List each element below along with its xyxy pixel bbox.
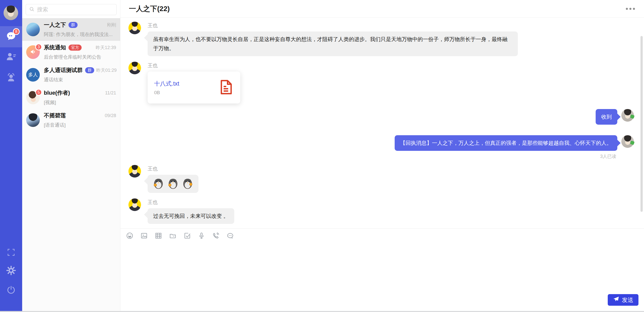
- document-file-icon: [218, 79, 234, 96]
- outgoing-message-bubble: 收到: [596, 109, 617, 125]
- chat-app-window: 8: [0, 0, 644, 312]
- power-icon: [6, 285, 16, 296]
- file-name-link[interactable]: 十八式.txt: [154, 80, 179, 88]
- logout-button[interactable]: [0, 285, 22, 296]
- message-group: 王也 虽有幸生而为人，也不要以万物灵长自居，正是这种妄自尊大的想法，才阻碍了人类…: [128, 22, 634, 56]
- message-bubble: 虽有幸生而为人，也不要以万物灵长自居，正是这种妄自尊大的想法，才阻碍了人类的进步…: [148, 31, 518, 56]
- composer-toolbar: [120, 229, 644, 239]
- conversation-header: 一人之下(22): [120, 0, 644, 18]
- gear-icon: [6, 265, 17, 277]
- video-file-button[interactable]: [155, 232, 162, 239]
- self-avatar[interactable]: [621, 109, 634, 122]
- nav-contacts[interactable]: [0, 51, 22, 63]
- group-tag: 群: [69, 22, 78, 28]
- chat-list: 一人之下 群 刚刚 阿莲: 作为朋友，现在的我没法... 3 系统通知: [22, 18, 120, 312]
- chat-name: 系统通知: [44, 44, 66, 51]
- chat-list-panel: 一人之下 群 刚刚 阿莲: 作为朋友，现在的我没法... 3 系统通知: [22, 0, 120, 312]
- paper-plane-icon: [613, 296, 619, 304]
- message-bubble: 过去无可挽回，未来可以改变 。: [148, 208, 234, 224]
- image-button[interactable]: [140, 232, 148, 239]
- chat-history-button[interactable]: [226, 232, 234, 239]
- chat-time: 刚刚: [105, 22, 116, 28]
- chat-item-multi-call-group[interactable]: 多人 多人通话测试群 群 昨天01:29 通话结束: [22, 63, 120, 86]
- message-group: 王也 十八式.txt 0B: [128, 62, 634, 103]
- message-author: 王也: [148, 62, 240, 69]
- wangye-avatar[interactable]: [128, 62, 141, 74]
- search-icon: [29, 6, 35, 13]
- chat-preview: 通话结束: [44, 77, 116, 83]
- search-input[interactable]: [37, 6, 113, 13]
- nav-rail: 8: [0, 0, 22, 312]
- message-list: 王也 虽有幸生而为人，也不要以万物灵长自居，正是这种妄自尊大的想法，才阻碍了人类…: [120, 18, 644, 228]
- chat-preview: 后台管理仓库临时关闭公告: [44, 54, 116, 60]
- message-author: 王也: [148, 199, 234, 206]
- search-area: [22, 0, 120, 18]
- buyaobilian-avatar: [26, 113, 40, 127]
- penguin-sticker: [181, 177, 194, 191]
- message-scrollbar[interactable]: [640, 36, 643, 212]
- call-button[interactable]: [212, 232, 220, 239]
- settings-button[interactable]: [0, 265, 22, 277]
- wangye-avatar[interactable]: [128, 198, 141, 211]
- file-folder-button[interactable]: [169, 232, 177, 239]
- group-chat-icon: [6, 72, 17, 84]
- chat-preview: 阿莲: 作为朋友，现在的我没法...: [44, 31, 116, 38]
- emoji-button[interactable]: [126, 232, 133, 239]
- chat-time: 昨天12:39: [94, 45, 116, 51]
- more-options-icon[interactable]: [625, 6, 635, 11]
- chat-item-system-notice[interactable]: 3 系统通知 官方 昨天12:39 后台管理仓库临时关闭公告: [22, 41, 120, 63]
- send-label: 发送: [622, 296, 633, 304]
- chat-item-blue[interactable]: 5 blue(作者) 11/21 [视频]: [22, 86, 120, 109]
- message-group: 王也 过去无可挽回，未来可以改变 。: [128, 198, 634, 224]
- wangye-avatar[interactable]: [128, 165, 141, 178]
- unread-badge: 5: [35, 89, 42, 96]
- sticker-message-bubble: [148, 175, 198, 193]
- chat-name: 一人之下: [44, 21, 66, 29]
- self-avatar[interactable]: [621, 135, 634, 148]
- group-tag: 群: [85, 67, 94, 73]
- chat-name: blue(作者): [44, 89, 70, 97]
- search-box[interactable]: [26, 4, 117, 15]
- chat-time: 昨天01:29: [94, 67, 117, 73]
- composer: 发送: [120, 228, 644, 312]
- message-group-outgoing: 收到: [128, 109, 634, 125]
- nav-groups[interactable]: [0, 72, 22, 84]
- multi-call-avatar: 多人: [26, 68, 40, 82]
- blue-avatar: 5: [26, 91, 40, 104]
- chat-item-buyaobilian[interactable]: 不摇碧莲 09/28 [语音通话]: [22, 109, 120, 131]
- file-attachment-card[interactable]: 十八式.txt 0B: [148, 72, 240, 103]
- chat-preview: [视频]: [44, 99, 116, 106]
- screenshot-check-button[interactable]: [183, 232, 191, 239]
- message-author: 王也: [148, 165, 198, 172]
- chat-time: 09/28: [103, 113, 116, 118]
- message-author: 王也: [148, 22, 518, 29]
- nav-chats-active[interactable]: 8: [0, 26, 22, 47]
- unread-total-badge: 8: [13, 28, 20, 35]
- chat-time: 11/21: [103, 90, 116, 96]
- fullscreen-icon: [6, 248, 16, 258]
- group-avatar: [26, 23, 40, 36]
- microphone-button[interactable]: [198, 232, 205, 239]
- read-receipt: 3人已读: [600, 153, 616, 159]
- chat-item-yirenzhixia[interactable]: 一人之下 群 刚刚 阿莲: 作为朋友，现在的我没法...: [22, 18, 120, 41]
- window-bottom-border: [0, 311, 644, 312]
- speaker-icon: [30, 48, 37, 56]
- file-size: 0B: [154, 90, 179, 95]
- wangye-avatar[interactable]: [128, 22, 141, 34]
- system-notice-avatar: 3: [26, 45, 40, 59]
- chat-preview: [语音通话]: [44, 122, 116, 128]
- message-group: 王也: [128, 165, 634, 193]
- message-input[interactable]: [120, 239, 644, 312]
- outgoing-message-bubble: 【回执消息】一人之下，万人之上，但真正的强者，是那些能够超越自我、心怀天下的人。: [395, 135, 617, 151]
- send-button[interactable]: 发送: [608, 294, 638, 306]
- conversation-title: 一人之下(22): [129, 4, 170, 14]
- message-group-outgoing: 【回执消息】一人之下，万人之上，但真正的强者，是那些能够超越自我、心怀天下的人。…: [128, 135, 634, 159]
- contacts-icon: [6, 51, 17, 63]
- user-avatar[interactable]: [4, 6, 18, 20]
- conversation-panel: 一人之下(22) 王也 虽有幸生而为人，也不要以万物灵长自居，正是这种妄自尊大的…: [120, 0, 644, 312]
- official-tag: 官方: [69, 45, 82, 51]
- penguin-sticker: [167, 177, 179, 191]
- fullscreen-button[interactable]: [0, 248, 22, 258]
- chat-name: 不摇碧莲: [44, 112, 66, 119]
- penguin-sticker: [152, 177, 165, 191]
